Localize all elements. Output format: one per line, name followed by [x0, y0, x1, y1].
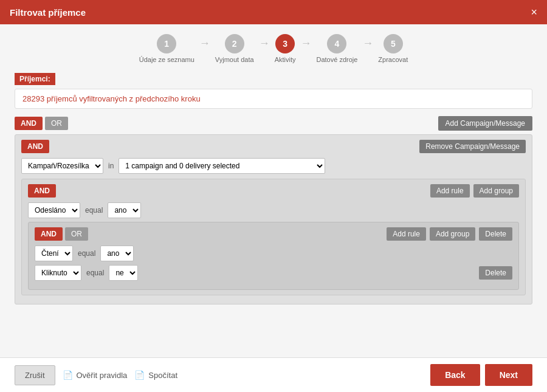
- inner-and-or-buttons: AND OR: [35, 227, 88, 241]
- step-2: 2 Vyjmout data: [215, 34, 254, 63]
- count-label: Spočítat: [148, 371, 177, 380]
- step-arrow-3: →: [300, 37, 311, 50]
- inner-rule-group-header: AND OR Add rule Add group Delete: [35, 227, 512, 241]
- step-2-label: Vyjmout data: [215, 56, 254, 63]
- verify-button[interactable]: 📄 Ověřit pravidla: [63, 370, 128, 380]
- kampan-select[interactable]: Kampaň/Rozesílka: [21, 158, 103, 174]
- cteni-value-select[interactable]: ano: [100, 246, 134, 261]
- step-1: 1 Údaje ze seznamu: [139, 34, 194, 63]
- inner-add-group-button[interactable]: Add group: [430, 227, 475, 241]
- rule-kliknuto-row: Kliknuto equal ne Delete: [35, 265, 512, 281]
- rule-group: AND Add rule Add group Odesláno equal an…: [21, 179, 526, 295]
- step-3: 3 Aktivity: [275, 34, 296, 63]
- add-group-button[interactable]: Add group: [473, 184, 519, 198]
- zrusit-button[interactable]: Zrušit: [15, 365, 55, 385]
- rule-group-header: AND Add rule Add group: [28, 184, 519, 198]
- step-4: 4 Datové zdroje: [316, 34, 357, 63]
- add-campaign-button[interactable]: Add Campaign/Message: [438, 116, 532, 131]
- modal-footer: Zrušit 📄 Ověřit pravidla 📄 Spočítat Back…: [0, 357, 547, 392]
- step-3-label: Aktivity: [275, 56, 296, 63]
- step-arrow-2: →: [259, 37, 270, 50]
- count-button[interactable]: 📄 Spočítat: [134, 370, 177, 380]
- kliknuto-operator-label: equal: [86, 269, 104, 277]
- inner-delete-button[interactable]: Delete: [479, 227, 512, 241]
- top-and-or-buttons: AND OR: [15, 117, 68, 130]
- odeslano-field-select[interactable]: Odesláno: [28, 202, 80, 218]
- stepper: 1 Údaje ze seznamu → 2 Vyjmout data → 3 …: [15, 34, 532, 63]
- odeslano-value-select[interactable]: ano: [108, 202, 141, 218]
- campaign-block: AND Remove Campaign/Message Kampaň/Rozes…: [15, 134, 532, 304]
- rule-cteni-row: Čtení equal ano: [35, 246, 512, 261]
- step-5: 5 Zpracovat: [378, 34, 408, 63]
- step-4-circle[interactable]: 4: [327, 34, 346, 53]
- kliknuto-delete-button[interactable]: Delete: [479, 266, 512, 280]
- top-or-button[interactable]: OR: [45, 117, 68, 130]
- recipients-section: Příjemci: 28293 příjemců vyfiltrovaných …: [15, 73, 532, 109]
- campaign-block-header: AND Remove Campaign/Message: [21, 140, 526, 153]
- modal-container: Filtrovat příjemce × 1 Údaje ze seznamu …: [0, 0, 547, 392]
- kliknuto-value-select[interactable]: ne: [109, 265, 138, 281]
- kliknuto-field-select[interactable]: Kliknuto: [35, 265, 81, 281]
- add-rule-button[interactable]: Add rule: [430, 184, 470, 198]
- recipients-label: Příjemci:: [15, 73, 55, 85]
- back-button[interactable]: Back: [430, 364, 480, 386]
- step-5-label: Zpracovat: [378, 56, 408, 63]
- remove-campaign-button[interactable]: Remove Campaign/Message: [419, 140, 526, 153]
- footer-right: Back Next: [430, 364, 532, 386]
- recipients-info: 28293 příjemců vyfiltrovaných z předchoz…: [15, 89, 532, 109]
- inner-or-button[interactable]: OR: [65, 227, 88, 241]
- step-5-circle[interactable]: 5: [384, 34, 403, 53]
- inner-rule-group: AND OR Add rule Add group Delete Čtení: [28, 222, 519, 290]
- step-3-circle[interactable]: 3: [275, 34, 295, 53]
- count-icon: 📄: [134, 370, 145, 380]
- inner-rule-actions: Add rule Add group Delete: [387, 227, 512, 241]
- modal-body: 1 Údaje ze seznamu → 2 Vyjmout data → 3 …: [0, 24, 547, 357]
- campaign-row: Kampaň/Rozesílka in 1 campaign and 0 del…: [21, 158, 526, 174]
- next-button[interactable]: Next: [485, 364, 532, 386]
- campaign-delivery-select[interactable]: 1 campaign and 0 delivery selected: [119, 158, 325, 174]
- modal-title: Filtrovat příjemce: [10, 7, 86, 18]
- step-4-label: Datové zdroje: [316, 56, 357, 63]
- verify-label: Ověřit pravidla: [77, 371, 128, 380]
- top-controls-row: AND OR Add Campaign/Message: [15, 116, 532, 131]
- footer-left: Zrušit 📄 Ověřit pravidla 📄 Spočítat: [15, 365, 177, 385]
- verify-icon: 📄: [63, 370, 73, 380]
- odeslano-operator-label: equal: [85, 206, 103, 215]
- top-and-button[interactable]: AND: [15, 117, 43, 130]
- close-button[interactable]: ×: [531, 7, 537, 18]
- cteni-field-select[interactable]: Čtení: [35, 246, 73, 261]
- step-arrow-4: →: [362, 37, 373, 50]
- step-2-circle[interactable]: 2: [225, 34, 244, 53]
- cteni-operator-label: equal: [78, 249, 95, 258]
- step-1-label: Údaje ze seznamu: [139, 56, 194, 63]
- campaign-and-button[interactable]: AND: [21, 140, 49, 153]
- inner-add-rule-button[interactable]: Add rule: [387, 227, 426, 241]
- rule-group-actions: Add rule Add group: [430, 184, 519, 198]
- rule-group-and-button[interactable]: AND: [28, 184, 56, 198]
- rule-odeslano-row: Odesláno equal ano: [28, 202, 519, 218]
- in-label: in: [108, 162, 114, 170]
- inner-and-button[interactable]: AND: [35, 227, 63, 241]
- modal-header: Filtrovat příjemce ×: [0, 0, 547, 24]
- step-arrow-1: →: [199, 37, 210, 50]
- step-1-circle[interactable]: 1: [157, 34, 176, 53]
